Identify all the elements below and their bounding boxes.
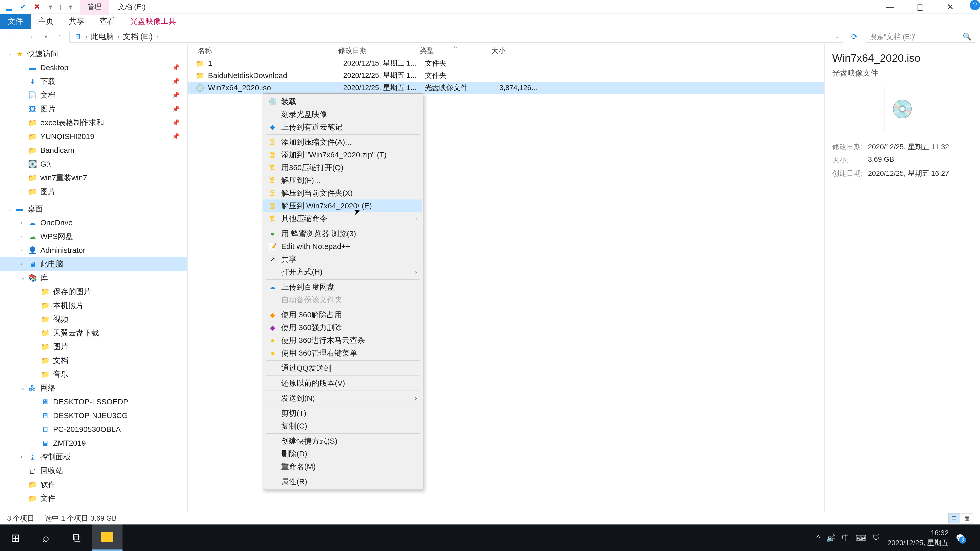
chevron-down-icon[interactable]: ⌄ bbox=[21, 275, 25, 281]
nav-onedrive[interactable]: ›☁OneDrive bbox=[0, 216, 187, 230]
ctx-360-rightmenu[interactable]: ●使用 360管理右键菜单 bbox=[263, 347, 422, 359]
ctx-share[interactable]: ↗共享 bbox=[263, 253, 422, 265]
ctx-delete[interactable]: 删除(D) bbox=[263, 448, 422, 460]
chevron-down-icon[interactable]: ⌄ bbox=[21, 385, 25, 391]
ctx-cut[interactable]: 剪切(T) bbox=[263, 407, 422, 420]
qat-new-icon[interactable]: ▾ bbox=[46, 2, 55, 11]
maximize-button[interactable]: ▢ bbox=[905, 0, 935, 14]
chevron-right-icon[interactable]: › bbox=[21, 247, 22, 254]
nav-excel[interactable]: 📁excel表格制作求和📌 bbox=[0, 116, 187, 130]
col-date[interactable]: 修改日期 bbox=[338, 46, 420, 56]
nav-pane[interactable]: ⌄★快速访问 ▬Desktop📌 ⬇下载📌 📄文档📌 🖼图片📌 📁excel表格… bbox=[0, 44, 188, 512]
nav-pictures2[interactable]: 📁图片 bbox=[0, 185, 187, 198]
ribbon-tab-share[interactable]: 共享 bbox=[61, 14, 92, 29]
ctx-360-trojan[interactable]: ●使用 360进行木马云查杀 bbox=[263, 334, 422, 347]
nav-win7[interactable]: 📁win7重装win7 bbox=[0, 171, 187, 185]
ctx-360-forcedel[interactable]: ◆使用 360强力删除 bbox=[263, 321, 422, 334]
nav-wps[interactable]: ›☁WPS网盘 bbox=[0, 230, 187, 243]
ctx-copy[interactable]: 复制(C) bbox=[263, 420, 422, 432]
nav-files[interactable]: 📁文件 bbox=[0, 491, 187, 505]
ime-indicator[interactable]: 中 bbox=[842, 533, 850, 543]
ctx-restore[interactable]: 还原以前的版本(V) bbox=[263, 377, 422, 389]
ctx-extract-to[interactable]: 🗜解压到(F)... bbox=[263, 174, 422, 187]
qat-dropdown-icon[interactable]: ▾ bbox=[66, 2, 75, 11]
nav-documents[interactable]: 📄文档📌 bbox=[0, 88, 187, 102]
nav-bandicam[interactable]: 📁Bandicam bbox=[0, 143, 187, 157]
taskbar[interactable]: ⊞ ⌕ ⧉ ^ 🔊 中 ⌨ 🛡 16:32 2020/12/25, 星期五 💬 bbox=[0, 524, 980, 551]
chevron-down-icon[interactable]: ⌄ bbox=[8, 206, 12, 212]
ctx-360-unlock[interactable]: ◆使用 360解除占用 bbox=[263, 308, 422, 321]
ctx-notepadpp[interactable]: 📝Edit with Notepad++ bbox=[263, 240, 422, 253]
view-details-button[interactable]: ☰ bbox=[948, 513, 960, 524]
nav-yunqishi[interactable]: 📁YUNQISHI2019📌 bbox=[0, 130, 187, 143]
nav-tianyi[interactable]: 📁天翼云盘下载 bbox=[0, 326, 187, 340]
search-input[interactable]: 搜索"文档 (E:)" 🔍 bbox=[865, 31, 975, 43]
start-button[interactable]: ⊞ bbox=[0, 524, 30, 551]
close-button[interactable]: ✕ bbox=[935, 0, 965, 14]
minimize-button[interactable]: — bbox=[875, 0, 905, 14]
nav-fwd-icon[interactable]: → bbox=[23, 32, 37, 41]
chevron-right-icon[interactable]: › bbox=[118, 33, 119, 40]
nav-gdrive[interactable]: 💽G:\ bbox=[0, 157, 187, 171]
chevron-right-icon[interactable]: › bbox=[21, 454, 22, 460]
nav-control-panel[interactable]: ›🎛控制面板 bbox=[0, 450, 187, 464]
nav-saved-pictures[interactable]: 📁保存的图片 bbox=[0, 285, 187, 299]
keyboard-icon[interactable]: ⌨ bbox=[856, 534, 866, 542]
nav-history-icon[interactable]: ▾ bbox=[41, 33, 50, 40]
file-row[interactable]: 📁 1 2020/12/15, 星期二 1... 文件夹 bbox=[188, 57, 824, 69]
tray-chevron-icon[interactable]: ^ bbox=[816, 534, 820, 542]
ribbon-tab-view[interactable]: 查看 bbox=[92, 14, 123, 29]
nav-pic3[interactable]: 📁图片 bbox=[0, 340, 187, 354]
nav-local-pictures[interactable]: 📁本机照片 bbox=[0, 299, 187, 312]
breadcrumb-pc[interactable]: 此电脑 bbox=[91, 32, 114, 42]
ctx-open-360zip[interactable]: 🗜用360压缩打开(Q) bbox=[263, 161, 422, 174]
volume-icon[interactable]: 🔊 bbox=[826, 534, 835, 542]
breadcrumb[interactable]: 🖥 › 此电脑 › 文档 (E:) › ⌄ bbox=[69, 31, 843, 43]
chevron-right-icon[interactable]: › bbox=[21, 261, 22, 267]
action-center-icon[interactable]: 💬 bbox=[956, 534, 965, 542]
chevron-down-icon[interactable]: ⌄ bbox=[8, 51, 12, 57]
ctx-qq-send[interactable]: 通过QQ发送到 bbox=[263, 362, 422, 375]
nav-back-icon[interactable]: ← bbox=[5, 32, 18, 41]
breadcrumb-drive[interactable]: 文档 (E:) bbox=[123, 32, 153, 42]
file-row[interactable]: 📁 BaiduNetdiskDownload 2020/12/25, 星期五 1… bbox=[188, 69, 824, 82]
nav-desktop[interactable]: ▬Desktop📌 bbox=[0, 61, 187, 75]
chevron-right-icon[interactable]: › bbox=[21, 233, 22, 240]
nav-quick-access[interactable]: ⌄★快速访问 bbox=[0, 47, 187, 61]
ctx-rename[interactable]: 重命名(M) bbox=[263, 460, 422, 473]
ribbon-tab-file[interactable]: 文件 bbox=[0, 14, 30, 29]
qat-close-icon[interactable]: ✖ bbox=[32, 2, 41, 11]
ctx-bee-browser[interactable]: ●用 蜂蜜浏览器 浏览(3) bbox=[263, 227, 422, 240]
ctx-other-compress[interactable]: 🗜其他压缩命令› bbox=[263, 212, 422, 225]
ctx-properties[interactable]: 属性(R) bbox=[263, 475, 422, 488]
security-icon[interactable]: 🛡 bbox=[873, 534, 880, 542]
chevron-right-icon[interactable]: › bbox=[86, 33, 87, 40]
ctx-burn[interactable]: 刻录光盘映像 bbox=[263, 108, 422, 121]
ribbon-tab-disc-tools[interactable]: 光盘映像工具 bbox=[123, 14, 184, 29]
nav-music[interactable]: 📁音乐 bbox=[0, 367, 187, 381]
nav-this-pc[interactable]: ›🖥此电脑 bbox=[0, 257, 187, 271]
nav-admin[interactable]: ›👤Administrator bbox=[0, 243, 187, 257]
nav-pc2[interactable]: 🖥DESKTOP-NJEU3CG bbox=[0, 409, 187, 422]
search-button[interactable]: ⌕ bbox=[30, 524, 61, 551]
nav-pc4[interactable]: 🖥ZMT2019 bbox=[0, 436, 187, 450]
ctx-add-zip[interactable]: 🗜添加到 "Win7x64_2020.zip" (T) bbox=[263, 148, 422, 161]
ctx-baidu[interactable]: ☁上传到百度网盘 bbox=[263, 281, 422, 293]
ctx-extract-folder[interactable]: 🗜解压到 Win7x64_2020\ (E) bbox=[263, 200, 422, 212]
nav-pictures[interactable]: 🖼图片📌 bbox=[0, 102, 187, 116]
ctx-open-with[interactable]: 打开方式(H)› bbox=[263, 265, 422, 278]
refresh-icon[interactable]: ⟳ bbox=[848, 32, 861, 41]
task-view-button[interactable]: ⧉ bbox=[61, 524, 92, 551]
ctx-mount[interactable]: 💿装载 bbox=[263, 95, 422, 108]
chevron-right-icon[interactable]: › bbox=[21, 219, 22, 226]
contextual-tab-manage[interactable]: 管理 bbox=[80, 0, 109, 15]
nav-downloads[interactable]: ⬇下载📌 bbox=[0, 75, 187, 88]
col-name[interactable]: 名称 bbox=[188, 46, 338, 56]
view-thumbnails-button[interactable]: ▦ bbox=[961, 513, 973, 524]
chevron-down-icon[interactable]: ⌄ bbox=[835, 33, 839, 40]
explorer-taskbar-button[interactable] bbox=[92, 524, 123, 551]
nav-recycle[interactable]: 🗑回收站 bbox=[0, 464, 187, 478]
nav-pc3[interactable]: 🖥PC-20190530OBLA bbox=[0, 422, 187, 436]
ctx-add-archive[interactable]: 🗜添加到压缩文件(A)... bbox=[263, 136, 422, 148]
nav-network[interactable]: ⌄🖧网络 bbox=[0, 381, 187, 395]
